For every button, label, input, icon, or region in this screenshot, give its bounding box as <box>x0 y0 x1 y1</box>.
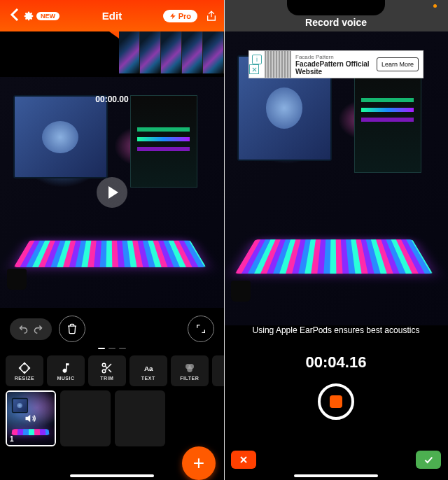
playback-timer: 00:00.00 <box>95 94 128 104</box>
mic-indicator-dot <box>433 4 437 8</box>
tool-music[interactable]: MUSIC <box>47 355 85 386</box>
video-preview[interactable] <box>0 77 224 308</box>
tool-more[interactable] <box>212 355 224 386</box>
ad-close-icon[interactable] <box>249 64 259 74</box>
ad-cta-button[interactable]: Learn More <box>377 57 419 71</box>
settings-icon[interactable] <box>24 11 34 21</box>
svg-marker-1 <box>170 13 176 18</box>
tool-text[interactable]: Aa TEXT <box>130 355 167 386</box>
home-indicator[interactable] <box>70 474 154 477</box>
stop-record-button[interactable] <box>318 383 354 420</box>
undo-redo-group <box>10 318 52 340</box>
clip-index: 1 <box>10 435 14 443</box>
ad-info-icon[interactable]: i <box>252 55 262 64</box>
clip-slot-empty[interactable] <box>60 390 111 446</box>
filmstrip[interactable] <box>119 31 224 73</box>
svg-line-11 <box>105 366 107 368</box>
redo-button[interactable] <box>33 324 43 334</box>
export-button[interactable] <box>206 10 217 22</box>
volume-icon <box>23 411 38 426</box>
home-indicator[interactable] <box>294 474 378 477</box>
tool-resize[interactable]: RESIZE <box>6 355 43 386</box>
svg-line-10 <box>108 369 111 372</box>
add-clip-button[interactable]: + <box>182 446 216 480</box>
play-button[interactable] <box>97 177 127 208</box>
screen-title: Edit <box>102 10 122 22</box>
undo-button[interactable] <box>18 324 29 334</box>
delete-button[interactable] <box>59 316 85 342</box>
ad-thumbnail <box>265 51 291 78</box>
page-indicator <box>98 348 126 349</box>
ad-banner[interactable]: i Facade Pattern FacadePattern Official … <box>248 50 424 78</box>
tool-trim[interactable]: TRIM <box>88 355 126 386</box>
clip-slot-empty[interactable] <box>115 390 165 446</box>
clip-thumbnail-1[interactable]: 1 <box>6 390 56 446</box>
device-notch <box>287 0 385 15</box>
ad-text: Facade Pattern FacadePattern Official We… <box>291 54 377 76</box>
record-timer: 00:04.16 <box>224 353 448 372</box>
tool-filter[interactable]: FILTER <box>171 355 209 386</box>
clip-thumbnails: 1 <box>6 390 218 451</box>
pro-button[interactable]: Pro <box>163 10 197 22</box>
preview-controls <box>0 311 224 346</box>
record-header: Record voice <box>224 0 448 31</box>
editor-screen: NEW Edit Pro 00:00.00 <box>0 0 224 480</box>
acoustics-hint: Using Apple EarPods ensures best acousti… <box>224 325 448 335</box>
svg-point-15 <box>187 367 192 372</box>
fullscreen-button[interactable] <box>188 316 214 342</box>
svg-marker-16 <box>26 415 31 423</box>
confirm-button[interactable] <box>416 451 441 469</box>
editor-header: NEW Edit Pro <box>0 0 224 31</box>
svg-text:Aa: Aa <box>144 364 153 372</box>
new-badge: NEW <box>36 12 59 20</box>
back-button[interactable] <box>7 6 24 26</box>
tool-row[interactable]: RESIZE MUSIC TRIM Aa TEXT FILTER <box>6 355 224 386</box>
record-voice-screen: Record voice i Facade Pattern FacadePatt… <box>224 0 448 480</box>
record-title: Record voice <box>305 17 367 28</box>
cancel-button[interactable] <box>231 451 256 469</box>
